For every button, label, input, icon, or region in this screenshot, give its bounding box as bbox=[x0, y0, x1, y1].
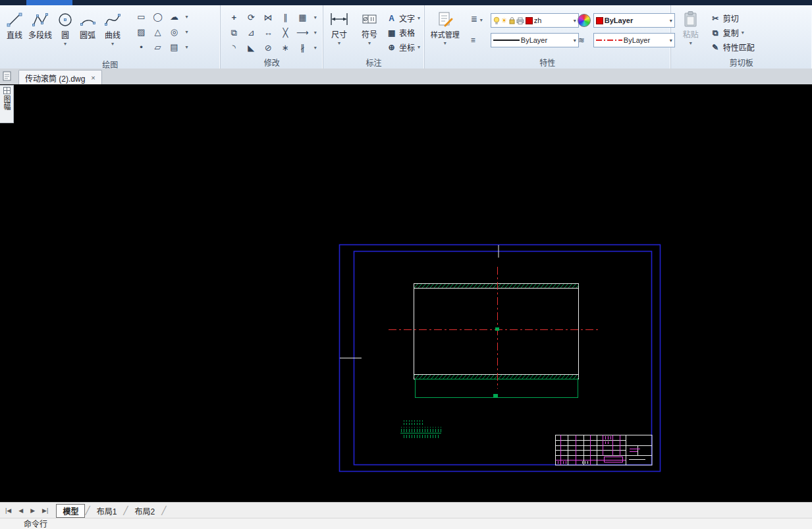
line-button[interactable]: 直线 bbox=[4, 7, 25, 59]
command-line-bar[interactable]: 命令行 bbox=[0, 518, 812, 529]
lineweight-combo[interactable]: ByLayer ▾ bbox=[491, 33, 579, 47]
tab-layout1[interactable]: 布局1 bbox=[90, 504, 124, 518]
document-tab[interactable]: 传动滚筒 (2).dwg × bbox=[18, 70, 102, 85]
text-button[interactable]: A 文字 ▾ bbox=[387, 13, 420, 24]
symbol-button[interactable]: 符号 ▾ bbox=[355, 7, 384, 58]
draw-row3-caret[interactable]: ▾ bbox=[182, 40, 191, 55]
arc-button-label: 圆弧 bbox=[80, 32, 95, 40]
modify-row3-caret[interactable]: ▾ bbox=[311, 40, 319, 55]
fillet-icon[interactable]: ◝ bbox=[225, 40, 242, 55]
spline-icon bbox=[104, 10, 121, 30]
wipeout-icon[interactable]: ▤ bbox=[166, 40, 182, 55]
layer-combo-caret[interactable]: ▾ bbox=[574, 18, 576, 24]
next-tab-button[interactable]: ▶ bbox=[30, 507, 35, 514]
rectangle-icon[interactable]: ▭ bbox=[133, 9, 149, 24]
scale-icon[interactable]: ⊿ bbox=[242, 25, 259, 40]
arc-button[interactable]: 圆弧 bbox=[75, 7, 100, 59]
tab-layout2[interactable]: 布局2 bbox=[128, 504, 162, 518]
coordinate-icon: ⊕ bbox=[387, 43, 396, 52]
linetype-icon[interactable]: ≋ bbox=[578, 36, 585, 45]
paste-dropdown-caret[interactable]: ▾ bbox=[690, 40, 692, 46]
layer-plot-printer-icon bbox=[516, 17, 524, 24]
tab-model[interactable]: 模型 bbox=[56, 504, 85, 518]
lineweight-combo-caret[interactable]: ▾ bbox=[574, 38, 576, 43]
chamfer-icon[interactable]: ◣ bbox=[242, 40, 259, 55]
explode-icon[interactable]: ∗ bbox=[277, 40, 294, 55]
modify-row1-caret[interactable]: ▾ bbox=[311, 10, 319, 25]
rotate-icon[interactable]: ⟳ bbox=[242, 10, 259, 25]
draw-row2-caret[interactable]: ▾ bbox=[182, 24, 191, 40]
donut-icon[interactable]: ◎ bbox=[166, 24, 182, 40]
text-dropdown-caret[interactable]: ▾ bbox=[418, 15, 420, 21]
symbol-dropdown-caret[interactable]: ▾ bbox=[368, 40, 371, 46]
match-properties-button[interactable]: ✎ 特性匹配 bbox=[711, 42, 755, 53]
dimension-dropdown-caret[interactable]: ▾ bbox=[338, 40, 340, 46]
grip-center bbox=[495, 327, 499, 331]
stretch-icon[interactable]: ↔ bbox=[259, 25, 277, 40]
copy-dropdown-caret[interactable]: ▾ bbox=[742, 30, 744, 36]
symbol-icon bbox=[361, 9, 378, 29]
region-icon[interactable]: ▱ bbox=[149, 40, 166, 55]
style-manager-caret[interactable]: ▾ bbox=[444, 40, 447, 46]
modify-row2-caret[interactable]: ▾ bbox=[311, 25, 319, 40]
drawing-canvas[interactable] bbox=[0, 84, 812, 502]
document-tab-close-icon[interactable]: × bbox=[91, 74, 95, 82]
sheet-frame-side-tab[interactable]: 图幅 bbox=[0, 85, 14, 123]
dimension-button[interactable]: 尺寸 ▾ bbox=[325, 7, 354, 58]
circle-button[interactable]: 圆 ▾ bbox=[55, 7, 75, 59]
color-combo[interactable]: ByLayer ▾ bbox=[593, 13, 675, 28]
style-manager-label: 样式管理 bbox=[431, 31, 460, 40]
text-icon: A bbox=[387, 14, 396, 23]
polyline-button[interactable]: 多段线 bbox=[25, 7, 55, 59]
paste-button-label: 粘贴 bbox=[683, 31, 699, 40]
last-tab-button[interactable]: ▶| bbox=[42, 507, 48, 514]
spline-button[interactable]: 曲线 ▾ bbox=[100, 7, 125, 59]
erase-icon[interactable]: ⊘ bbox=[259, 40, 277, 55]
drawing-pin-icon[interactable] bbox=[3, 70, 12, 82]
layer-states-caret[interactable]: ▾ bbox=[480, 17, 483, 23]
drum-top-hatch bbox=[414, 284, 579, 288]
lineweight-preview bbox=[493, 40, 520, 41]
move-icon[interactable]: + bbox=[225, 10, 242, 25]
current-lineweight-value: ByLayer bbox=[521, 36, 572, 44]
offset-icon[interactable]: ∥ bbox=[277, 10, 294, 25]
array-icon[interactable]: ▦ bbox=[294, 10, 311, 25]
paste-button[interactable]: 粘贴 ▾ bbox=[675, 7, 707, 58]
note-text-line-3 bbox=[403, 434, 440, 438]
break-icon[interactable]: ∦ bbox=[294, 40, 311, 55]
trim-icon[interactable]: ╳ bbox=[277, 25, 294, 40]
line-icon bbox=[6, 10, 23, 30]
style-manager-button[interactable]: 样式管理 ▾ bbox=[426, 7, 464, 58]
previous-tab-button[interactable]: ◀ bbox=[18, 507, 23, 514]
extend-icon[interactable]: ⟶ bbox=[294, 25, 311, 40]
note-text-line-1 bbox=[402, 420, 424, 425]
spline-dropdown-caret[interactable]: ▾ bbox=[111, 41, 114, 47]
hatch-icon[interactable]: ▨ bbox=[133, 24, 149, 40]
copy-icon[interactable]: ⧉ bbox=[225, 25, 242, 40]
revision-cloud-icon[interactable]: ☁ bbox=[166, 9, 182, 24]
layer-combo[interactable]: ☀ zh ▾ bbox=[491, 13, 579, 28]
linetype-combo[interactable]: ByLayer ▾ bbox=[593, 33, 675, 47]
note-text-line-2 bbox=[400, 427, 441, 432]
sheet-frame-tab-label: 图幅 bbox=[1, 96, 12, 110]
modify-panel-label: 修改 bbox=[221, 57, 323, 68]
coordinate-dropdown-caret[interactable]: ▾ bbox=[418, 44, 420, 50]
table-button[interactable]: ▦ 表格 bbox=[387, 27, 415, 38]
first-tab-button[interactable]: |◀ bbox=[5, 507, 11, 514]
cut-scissors-icon: ✂ bbox=[711, 14, 720, 23]
layer-states-icon[interactable]: ≣ bbox=[471, 14, 477, 24]
ellipse-icon[interactable]: ◯ bbox=[149, 9, 166, 24]
circle-dropdown-caret[interactable]: ▾ bbox=[64, 41, 67, 47]
draw-row1-caret[interactable]: ▾ bbox=[182, 9, 191, 24]
polygon-icon[interactable]: △ bbox=[149, 24, 166, 40]
mirror-icon[interactable]: ⋈ bbox=[259, 10, 277, 25]
color-wheel-icon[interactable] bbox=[578, 14, 591, 27]
layer-list-icon[interactable]: ≡ bbox=[471, 36, 475, 45]
copy-button[interactable]: ⧉ 复制 ▾ bbox=[711, 27, 744, 38]
copy-button-label: 复制 bbox=[723, 27, 739, 38]
tab-separator: ╱ bbox=[161, 506, 166, 515]
match-properties-label: 特性匹配 bbox=[723, 42, 755, 53]
point-icon[interactable]: • bbox=[133, 40, 149, 55]
cut-button[interactable]: ✂ 剪切 bbox=[711, 13, 739, 24]
coordinate-button[interactable]: ⊕ 坐标 ▾ bbox=[387, 42, 420, 53]
